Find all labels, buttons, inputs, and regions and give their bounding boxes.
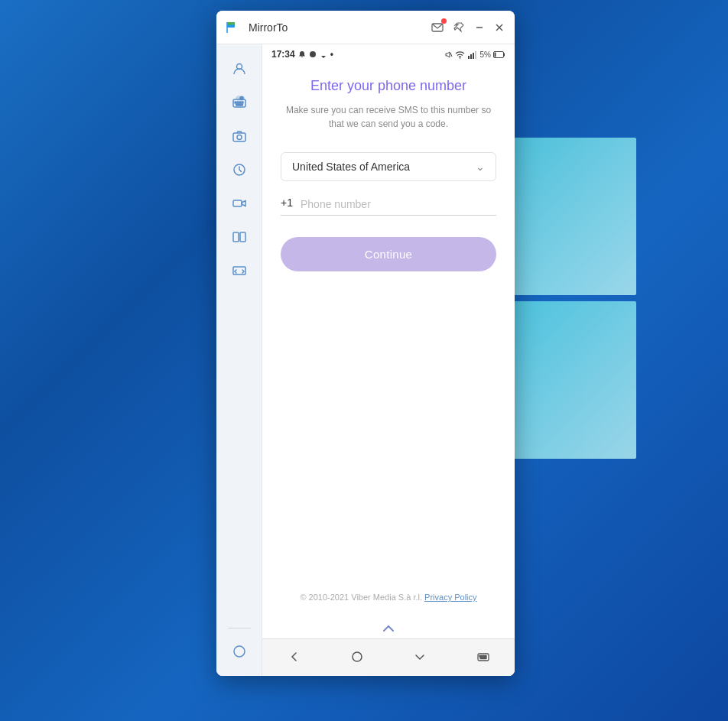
svg-rect-28: [470, 54, 472, 59]
svg-point-23: [234, 646, 245, 657]
svg-rect-30: [475, 51, 476, 59]
sidebar-clock-icon[interactable]: [224, 154, 255, 185]
battery-text: 5%: [480, 50, 491, 59]
recents-button[interactable]: [405, 645, 435, 668]
app-subtitle: Make sure you can receive SMS to this nu…: [281, 103, 496, 131]
svg-point-34: [353, 652, 362, 661]
app-main-title: Enter your phone number: [281, 78, 496, 94]
app-content: Enter your phone number Make sure you ca…: [262, 63, 515, 617]
svg-rect-27: [468, 56, 470, 59]
svg-point-17: [237, 135, 242, 140]
keyboard-nav-button[interactable]: [468, 645, 499, 668]
mirrorto-window: MirrorTo: [216, 11, 515, 676]
svg-rect-13: [236, 104, 242, 106]
sidebar-divider: [228, 628, 251, 628]
svg-rect-10: [237, 102, 239, 103]
phone-input-row: +1: [281, 196, 496, 216]
svg-rect-16: [233, 133, 245, 141]
svg-rect-33: [504, 53, 505, 56]
svg-point-24: [310, 51, 316, 57]
close-button[interactable]: [493, 21, 505, 34]
content-spacer: [281, 271, 496, 580]
svg-point-15: [240, 97, 243, 100]
sidebar-video-icon[interactable]: [224, 188, 255, 219]
wifi-icon: [455, 50, 465, 59]
up-arrow-area: [262, 617, 515, 638]
signal-icon: [467, 50, 478, 59]
svg-rect-12: [242, 102, 243, 103]
svg-rect-19: [233, 200, 242, 206]
svg-rect-29: [473, 53, 474, 59]
chevron-down-icon: ⌄: [476, 161, 485, 173]
phone-screen: 17:34 •: [262, 44, 515, 676]
minimize-button[interactable]: [473, 21, 486, 34]
sidebar-resize-icon[interactable]: [224, 255, 255, 286]
svg-rect-39: [485, 656, 486, 658]
svg-rect-9: [235, 102, 236, 103]
scroll-up-button[interactable]: [377, 622, 400, 637]
mute-icon: [444, 50, 453, 59]
privacy-policy-link[interactable]: Privacy Policy: [424, 593, 476, 602]
svg-rect-11: [239, 102, 241, 103]
svg-rect-21: [240, 232, 245, 242]
svg-point-26: [459, 57, 460, 59]
phone-area: 17:34 •: [216, 44, 515, 676]
title-actions: [431, 21, 505, 34]
svg-line-25: [450, 53, 452, 57]
footer-text: © 2010-2021 Viber Media S.à r.l. Privacy…: [281, 593, 496, 602]
sidebar-mirror-icon[interactable]: [224, 222, 255, 252]
sidebar: [216, 44, 262, 676]
country-name: United States of America: [292, 161, 410, 173]
svg-rect-20: [233, 232, 239, 242]
country-selector[interactable]: United States of America ⌄: [281, 152, 496, 181]
status-bar: 17:34 •: [262, 44, 515, 63]
home-button[interactable]: [342, 645, 372, 668]
sidebar-user-icon[interactable]: [224, 54, 255, 84]
continue-button[interactable]: Continue: [281, 237, 496, 271]
svg-rect-40: [480, 658, 486, 659]
pin-icon[interactable]: [452, 21, 466, 34]
sidebar-record-icon[interactable]: [224, 636, 255, 667]
svg-rect-37: [481, 656, 483, 658]
mail-notification-badge: [441, 18, 447, 24]
country-code: +1: [281, 196, 293, 210]
app-logo-icon: [226, 19, 242, 36]
sidebar-keyboard-icon[interactable]: [224, 87, 255, 118]
status-right-icons: 5%: [444, 50, 505, 59]
nav-bar: [262, 638, 515, 676]
app-title: MirrorTo: [249, 21, 431, 34]
title-bar: MirrorTo: [216, 11, 515, 44]
phone-number-input[interactable]: [301, 198, 496, 210]
status-time: 17:34 •: [271, 49, 333, 60]
mail-icon[interactable]: [431, 21, 444, 34]
svg-rect-36: [479, 656, 481, 658]
sidebar-camera-icon[interactable]: [224, 121, 255, 151]
battery-icon: [493, 51, 505, 58]
svg-rect-1: [227, 22, 235, 25]
svg-rect-38: [483, 656, 485, 658]
svg-rect-32: [495, 52, 496, 57]
data-icon: [309, 50, 317, 58]
back-button[interactable]: [278, 645, 309, 668]
notification-icon: [298, 50, 306, 58]
download-icon: [320, 50, 327, 58]
